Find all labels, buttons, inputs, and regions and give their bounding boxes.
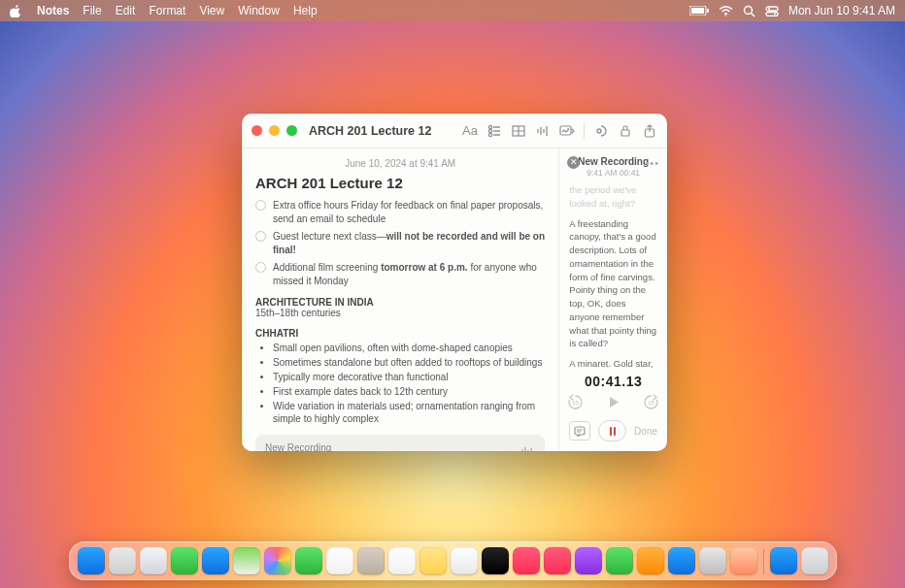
svg-point-4 xyxy=(744,6,752,14)
dock-app-tv[interactable] xyxy=(482,547,509,574)
todo-item[interactable]: Guest lecture next class—will not be rec… xyxy=(255,230,545,256)
dock-app-finder[interactable] xyxy=(78,547,105,574)
notes-window: ARCH 201 Lecture 12 Aa June 10, 2024 at … xyxy=(242,114,667,451)
link-icon[interactable] xyxy=(593,123,609,139)
close-window[interactable] xyxy=(251,125,262,136)
menu-view[interactable]: View xyxy=(199,4,224,17)
dock xyxy=(0,541,905,580)
section-heading: ARCHITECTURE IN INDIA xyxy=(255,297,545,308)
recording-name: New Recording xyxy=(265,442,518,451)
done-button[interactable]: Done xyxy=(634,426,657,437)
svg-rect-23 xyxy=(560,126,571,135)
todo-item[interactable]: Extra office hours Friday for feedback o… xyxy=(255,199,545,225)
dock-app-messages[interactable] xyxy=(171,547,198,574)
svg-text:15: 15 xyxy=(648,400,654,406)
menu-edit[interactable]: Edit xyxy=(116,4,136,17)
section-subheading: 15th–18th centuries xyxy=(255,308,545,318)
dock-app-settings[interactable] xyxy=(699,547,726,574)
apple-logo[interactable] xyxy=(10,4,23,17)
waveform-icon xyxy=(518,446,535,452)
transcript[interactable]: the period we've looked at, right? A fre… xyxy=(559,181,667,374)
section-heading: CHHATRI xyxy=(255,328,545,339)
dock-app-contacts[interactable] xyxy=(357,547,385,574)
menubar: Notes File Edit Format View Window Help … xyxy=(0,0,905,21)
recording-attachment[interactable]: New Recording 00:41 xyxy=(255,435,545,451)
dock-app-facetime[interactable] xyxy=(295,547,322,574)
media-icon[interactable] xyxy=(559,123,575,139)
dock-app-news[interactable] xyxy=(544,547,571,574)
menu-format[interactable]: Format xyxy=(149,4,185,17)
dock-app-freeform[interactable] xyxy=(451,547,478,574)
dock-app-calendar[interactable] xyxy=(326,547,353,574)
dock-divider xyxy=(763,549,764,574)
dock-app-notes[interactable] xyxy=(419,547,447,574)
audio-icon[interactable] xyxy=(535,123,551,139)
recording-timer: 00:41.13 xyxy=(559,374,667,389)
battery-icon[interactable] xyxy=(689,6,709,16)
dock-app-mail[interactable] xyxy=(202,547,229,574)
note-title: ARCH 201 Lecture 12 xyxy=(255,175,545,191)
todo-item[interactable]: Additional film screening tomorrow at 6 … xyxy=(255,261,545,287)
dock-app-music[interactable] xyxy=(513,547,540,574)
menu-window[interactable]: Window xyxy=(238,4,280,17)
todo-checkbox[interactable] xyxy=(255,231,266,242)
play-icon[interactable] xyxy=(605,394,621,410)
spotlight-icon[interactable] xyxy=(743,5,755,17)
svg-rect-1 xyxy=(691,8,704,14)
svg-rect-6 xyxy=(766,7,778,11)
svg-point-14 xyxy=(488,133,491,136)
svg-line-5 xyxy=(751,13,754,16)
transcript-line: A minaret. Gold star, Mayuri, good memor… xyxy=(569,357,657,374)
recording-subtitle: 9:41 AM 00:41 xyxy=(569,168,657,178)
dock-app-pages[interactable] xyxy=(637,547,664,574)
more-icon[interactable]: ••• xyxy=(645,157,659,169)
dock-app-launchpad[interactable] xyxy=(109,547,136,574)
table-icon[interactable] xyxy=(511,123,526,139)
svg-point-7 xyxy=(768,8,770,10)
transcript-toggle-button[interactable] xyxy=(569,421,590,441)
menu-file[interactable]: File xyxy=(83,4,101,17)
svg-point-24 xyxy=(567,127,569,129)
format-icon[interactable]: Aa xyxy=(462,123,478,139)
wifi-icon[interactable] xyxy=(719,6,733,16)
todo-checkbox[interactable] xyxy=(255,200,266,211)
lock-icon[interactable] xyxy=(618,123,633,139)
minimize-window[interactable] xyxy=(269,125,280,136)
dock-app-iphone-mirror[interactable] xyxy=(730,547,757,574)
transcript-line: A freestanding canopy, that's a good des… xyxy=(569,217,657,351)
svg-point-3 xyxy=(725,15,727,16)
share-icon[interactable] xyxy=(642,123,657,139)
dock-app-photos[interactable] xyxy=(264,547,291,574)
dock-app-maps[interactable] xyxy=(233,547,260,574)
checklist-icon[interactable] xyxy=(486,123,502,139)
dock-app-appstore[interactable] xyxy=(668,547,695,574)
svg-point-12 xyxy=(488,129,491,132)
dock-app-reminders[interactable] xyxy=(388,547,416,574)
note-editor[interactable]: June 10, 2024 at 9:41 AM ARCH 201 Lectur… xyxy=(242,148,558,451)
svg-point-9 xyxy=(774,13,776,15)
bullet-item: First example dates back to 12th century xyxy=(273,385,545,398)
recording-title: New Recording xyxy=(569,156,657,167)
svg-rect-36 xyxy=(575,427,585,435)
recording-panel: ✕ New Recording 9:41 AM 00:41 ••• the pe… xyxy=(558,148,667,451)
svg-rect-26 xyxy=(621,130,629,136)
todo-checkbox[interactable] xyxy=(255,262,266,273)
dock-app-trash[interactable] xyxy=(801,547,828,574)
menubar-clock[interactable]: Mon Jun 10 9:41 AM xyxy=(788,4,895,17)
dock-app-downloads[interactable] xyxy=(770,547,797,574)
skip-back-icon[interactable]: 15 xyxy=(567,394,584,410)
bullet-item: Typically more decorative than functiona… xyxy=(273,371,545,383)
transcript-line: the period we've looked at, right? xyxy=(569,183,657,211)
dock-app-safari[interactable] xyxy=(140,547,167,574)
svg-text:15: 15 xyxy=(572,400,579,406)
dock-app-numbers[interactable] xyxy=(606,547,633,574)
svg-rect-2 xyxy=(707,9,709,13)
menu-app[interactable]: Notes xyxy=(37,4,69,17)
dock-app-podcasts[interactable] xyxy=(575,547,602,574)
menu-help[interactable]: Help xyxy=(293,4,318,17)
skip-forward-icon[interactable]: 15 xyxy=(643,394,659,410)
control-center-icon[interactable] xyxy=(765,6,779,16)
svg-rect-8 xyxy=(766,12,778,16)
pause-button[interactable] xyxy=(598,420,626,441)
zoom-window[interactable] xyxy=(286,125,297,136)
